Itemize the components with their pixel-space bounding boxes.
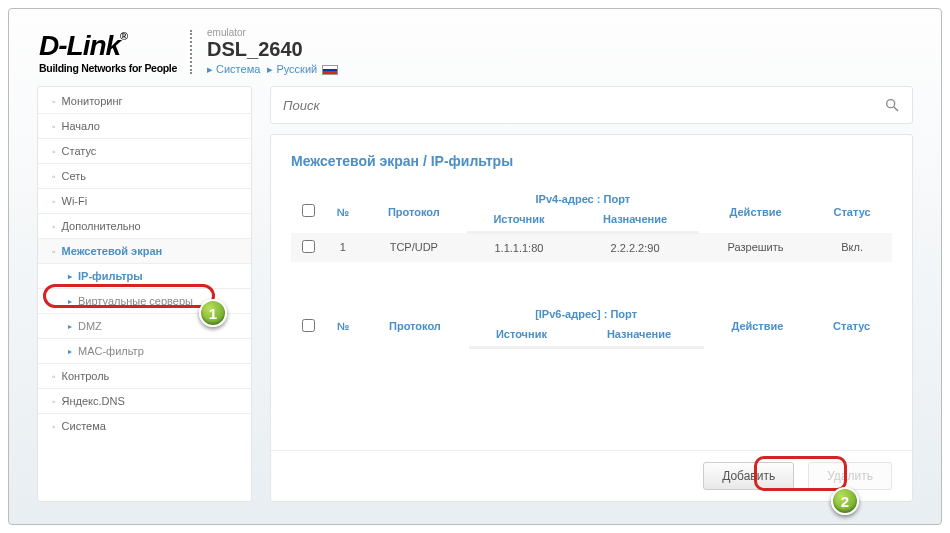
emulator-label: emulator [207,27,338,38]
sidebar-item-label: Сеть [62,170,86,182]
sidebar-item[interactable]: ◦Wi-Fi [38,189,251,214]
col-status: Статус [812,187,892,233]
sidebar-item[interactable]: ◦Система [38,414,251,438]
system-link[interactable]: Система [216,63,260,75]
sidebar-item-label: Мониторинг [62,95,123,107]
table-row[interactable]: 1 TCP/UDP 1.1.1.1:80 2.2.2.2:90 Разрешит… [291,233,892,262]
bullet-icon: ▸ [68,297,72,306]
sidebar-item[interactable]: ◦Начало [38,114,251,139]
col-src: Источник [469,322,575,348]
sidebar-item-label: MAC-фильтр [78,345,144,357]
search-bar [270,86,913,124]
breadcrumb: Межсетевой экран / IP-фильтры [291,153,892,169]
sidebar-item[interactable]: ◦Яндекс.DNS [38,389,251,414]
sidebar-item-label: Межсетевой экран [62,245,163,257]
col-num: № [325,187,361,233]
header: D-Link® Building Networks for People emu… [9,9,941,86]
col-dst: Назначение [574,322,703,348]
bullet-icon: ▸ [68,272,72,281]
ipv4-table: № Протокол IPv4-адрес : Порт Действие Ст… [291,187,892,262]
bullet-icon: ◦ [52,121,56,132]
col-src: Источник [467,207,571,233]
bullet-icon: ◦ [52,246,56,257]
content-panel: Межсетевой экран / IP-фильтры № Протокол… [270,134,913,502]
language-link[interactable]: Русский [276,63,317,75]
sidebar-item[interactable]: ◦Дополнительно [38,214,251,239]
flag-icon [322,65,338,75]
ipv6-select-all[interactable] [302,319,315,332]
sidebar-item-label: Дополнительно [62,220,141,232]
ipv6-table: № Протокол [IPv6-адрес] : Порт Действие … [291,302,892,349]
add-button[interactable]: Добавить [703,462,794,490]
row-checkbox[interactable] [302,240,315,253]
ipv4-group-header: IPv4-адрес : Порт [467,187,699,207]
bullet-icon: ▸ [68,322,72,331]
delete-button: Удалить [808,462,892,490]
sidebar-item-label: Система [62,420,106,432]
bullet-icon: ◦ [52,421,56,432]
col-action: Действие [699,187,812,233]
marker-2: 2 [831,487,859,515]
sidebar-item-label: Wi-Fi [62,195,88,207]
sidebar-subitem[interactable]: ▸MAC-фильтр [38,339,251,364]
sidebar-item-label: DMZ [78,320,102,332]
col-action: Действие [704,302,812,348]
bullet-icon: ◦ [52,146,56,157]
sidebar-item[interactable]: ◦Мониторинг [38,89,251,114]
bullet-icon: ◦ [52,396,56,407]
bullet-icon: ◦ [52,371,56,382]
title-block: emulator DSL_2640 ▸Система ▸Русский [207,27,338,76]
sidebar-item-label: IP-фильтры [78,270,143,282]
col-status: Статус [811,302,892,348]
marker-1: 1 [199,299,227,327]
logo-text: D-Link [39,30,120,61]
search-icon[interactable] [884,97,900,113]
ipv6-group-header: [IPv6-адрес] : Порт [469,302,704,322]
svg-point-0 [887,100,895,108]
sidebar-subitem[interactable]: ▸IP-фильтры [38,264,251,289]
svg-line-1 [894,107,898,111]
col-proto: Протокол [361,302,468,348]
bullet-icon: ◦ [52,196,56,207]
sidebar: ◦Мониторинг◦Начало◦Статус◦Сеть◦Wi-Fi◦Доп… [37,86,252,502]
sidebar-item-label: Статус [62,145,97,157]
breadcrumb-current: IP-фильтры [431,153,513,169]
bullet-icon: ◦ [52,221,56,232]
sidebar-item-label: Яндекс.DNS [62,395,125,407]
bullet-icon: ▸ [68,347,72,356]
bullet-icon: ◦ [52,96,56,107]
sidebar-item-label: Контроль [62,370,110,382]
logo: D-Link® Building Networks for People [39,30,192,74]
sidebar-item[interactable]: ◦Контроль [38,364,251,389]
sidebar-item[interactable]: ◦Сеть [38,164,251,189]
bullet-icon: ◦ [52,171,56,182]
sidebar-item[interactable]: ◦Статус [38,139,251,164]
search-input[interactable] [283,98,884,113]
col-proto: Протокол [361,187,467,233]
col-num: № [325,302,361,348]
breadcrumb-parent: Межсетевой экран [291,153,419,169]
col-dst: Назначение [571,207,699,233]
ipv4-select-all[interactable] [302,204,315,217]
sidebar-item[interactable]: ◦Межсетевой экран [38,239,251,264]
model-title: DSL_2640 [207,38,338,61]
sidebar-item-label: Начало [62,120,100,132]
sidebar-item-label: Виртуальные серверы [78,295,193,307]
logo-subtitle: Building Networks for People [39,62,177,74]
footer-bar: Добавить Удалить [271,450,912,501]
